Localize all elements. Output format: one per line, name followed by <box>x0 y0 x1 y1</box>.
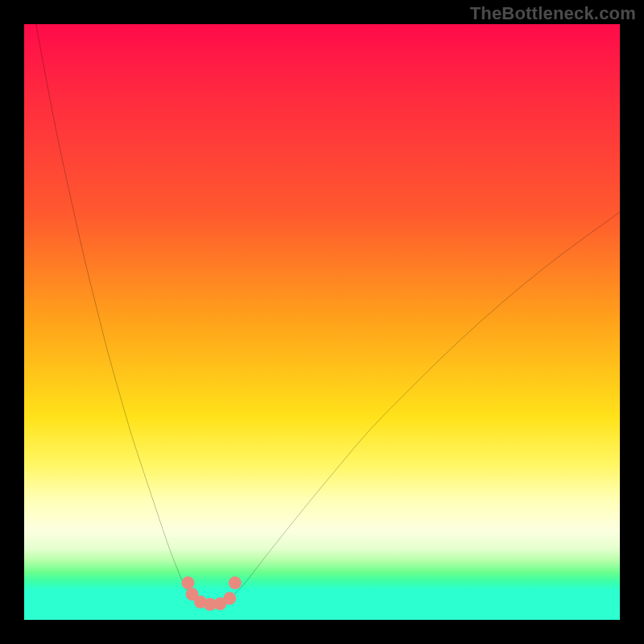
marker-dot <box>229 576 242 589</box>
marker-dots <box>182 576 242 611</box>
bottleneck-curve <box>36 24 620 605</box>
curve-series <box>36 24 620 605</box>
curve-svg <box>24 24 620 620</box>
marker-dot <box>182 576 195 589</box>
plot-area <box>24 24 620 620</box>
marker-dot <box>223 592 236 605</box>
watermark-text: TheBottleneck.com <box>470 3 636 24</box>
chart-frame: TheBottleneck.com <box>0 0 644 644</box>
